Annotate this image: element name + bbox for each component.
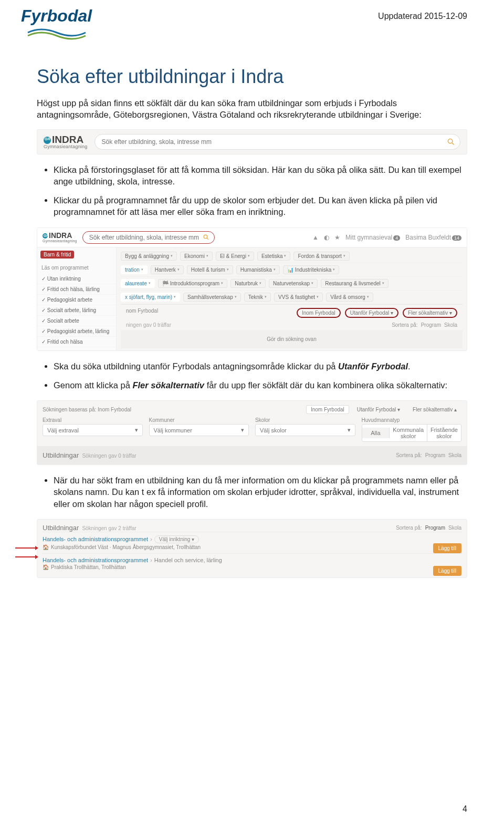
- red-arrow-icon: [15, 556, 36, 557]
- side-item[interactable]: ✓ Socialt arbete: [37, 316, 116, 326]
- filter-label: Huvudmannatyp: [362, 417, 462, 423]
- add-button[interactable]: Lägg till: [433, 543, 461, 553]
- category-chip[interactable]: Hotell & turism▾: [187, 265, 233, 274]
- side-item[interactable]: ✓ Fritid och hälsa, lärling: [37, 284, 116, 295]
- tab-fler-sokalternativ[interactable]: Fler sökalternativ ▾: [403, 308, 457, 318]
- category-chip[interactable]: Teknik▾: [244, 293, 271, 302]
- fyrbodal-logo: Fyrbodal: [21, 7, 92, 40]
- category-chip[interactable]: Humanistiska▾: [236, 265, 280, 274]
- tab-utanfor-fyrbodal[interactable]: Utanför Fyrbodal ▾: [352, 405, 405, 414]
- category-chip[interactable]: x sjöfart, flyg, marin)▾: [121, 293, 180, 302]
- result-row: Handels- och administrationsprogrammet›H…: [43, 553, 461, 573]
- search-field-highlighted[interactable]: [82, 231, 215, 244]
- sort-label: Sortera på:: [396, 525, 422, 531]
- sort-label: Sortera på:: [392, 322, 417, 328]
- count-badge: 14: [452, 235, 461, 241]
- my-selection[interactable]: Mitt gymnasieval4: [345, 234, 400, 241]
- sort-skola[interactable]: Skola: [444, 322, 457, 328]
- sort-program[interactable]: Program: [421, 322, 441, 328]
- category-chip[interactable]: Bygg & anläggning▾: [121, 252, 177, 261]
- program-link[interactable]: Handels- och administrationsprogrammet: [43, 557, 148, 563]
- school-link[interactable]: Kunskapsförbundet Väst · Magnus Åbergsgy…: [51, 544, 201, 550]
- category-chip[interactable]: Naturvetenskap▾: [269, 279, 318, 288]
- indra-subtitle: Gymnasieantagning: [43, 239, 77, 243]
- indra-brand: INDRA: [49, 231, 72, 240]
- bullet-list-2: Ska du söka utbildning utanför Fyrbodals…: [42, 360, 467, 391]
- embedded-search-page: INDRA Gymnasieantagning ▲ ◐ ★ Mitt gymna…: [37, 228, 467, 351]
- tab-inom-fyrbodal[interactable]: Inom Fyrbodal: [297, 308, 341, 318]
- select-extraval[interactable]: Välj extraval▾: [43, 424, 143, 436]
- category-chip[interactable]: 📊 Industritekniska▾: [283, 265, 339, 274]
- chevron-down-icon: ▾: [241, 427, 244, 433]
- star-icon[interactable]: ★: [334, 234, 340, 241]
- side-item[interactable]: ✓ Utan inriktning: [37, 274, 116, 284]
- bullet-item: När du har sökt fram en utbildning kan d…: [54, 474, 467, 510]
- svg-point-2: [204, 235, 207, 239]
- home-icon: 🏠: [43, 544, 49, 550]
- sort-skola[interactable]: Skola: [448, 525, 461, 531]
- school-link[interactable]: Praktiska Trollhättan, Trollhättan: [51, 564, 126, 570]
- user-icon[interactable]: ▲: [312, 234, 319, 241]
- seg-alla[interactable]: Alla: [362, 428, 390, 438]
- category-chip[interactable]: Vård & omsorg▾: [326, 293, 373, 302]
- category-chip[interactable]: tration▾: [121, 265, 148, 274]
- help-icon[interactable]: ◐: [324, 234, 329, 241]
- side-item[interactable]: ✓ Pedagogiskt arbete: [37, 295, 116, 305]
- category-chip[interactable]: El & Energi▾: [216, 252, 254, 261]
- category-chip[interactable]: Naturbruk▾: [230, 279, 266, 288]
- select-inriktning[interactable]: Välj inriktning ▾: [154, 535, 199, 543]
- caret-icon: ›: [150, 557, 152, 563]
- select-skolor[interactable]: Välj skolor▾: [255, 424, 355, 436]
- category-chip[interactable]: alaureate▾: [121, 279, 155, 288]
- program-pill[interactable]: Barn & fritid: [40, 251, 74, 259]
- chevron-down-icon: ▾: [135, 427, 138, 433]
- add-button[interactable]: Lägg till: [433, 566, 461, 576]
- seg-kommunala[interactable]: Kommunala skolor: [390, 425, 427, 441]
- bullet-item: Genom att klicka på Fler sökalternativ f…: [54, 379, 467, 391]
- category-chip[interactable]: Ekonomi▾: [180, 252, 213, 261]
- category-chip[interactable]: Estetiska▾: [257, 252, 291, 261]
- utbildningar-header: UtbildningarSökningen gav 0 träffar: [43, 451, 136, 459]
- sort-skola[interactable]: Skola: [448, 452, 461, 458]
- embedded-results: UtbildningarSökningen gav 2 träffar Sort…: [37, 519, 467, 578]
- header-date: Uppdaterad 2015-12-09: [378, 12, 467, 21]
- indra-logo: INDRA Gymnasieantagning: [44, 135, 87, 149]
- side-item[interactable]: ✓ Pedagogiskt arbete, lärling: [37, 326, 116, 337]
- seg-fristaende[interactable]: Fristående skolor: [427, 425, 461, 441]
- search-input[interactable]: [88, 233, 203, 242]
- search-icon[interactable]: [447, 138, 455, 146]
- category-chip[interactable]: Fordon & transport▾: [293, 252, 349, 261]
- username[interactable]: Basima Buxfeldt14: [405, 234, 461, 241]
- bullet-list-1: Klicka på förstoringsglaset för att få k…: [42, 164, 467, 218]
- category-chip[interactable]: VVS & fastighet▾: [274, 293, 323, 302]
- category-chip[interactable]: Samhällsvetenskap▾: [183, 293, 241, 302]
- filter-label: Kommuner: [149, 417, 249, 423]
- tab-utanfor-fyrbodal[interactable]: Utanför Fyrbodal ▾: [345, 308, 398, 318]
- program-link[interactable]: Handels- och administrationsprogrammet: [43, 536, 148, 542]
- program-side-panel: Barn & fritid Läs om programmet ✓ Utan i…: [37, 247, 117, 350]
- tab-fler-sokalternativ[interactable]: Fler sökalternativ ▴: [408, 405, 461, 414]
- side-item[interactable]: ✓ Socialt arbete, lärling: [37, 305, 116, 316]
- filter-base-text: Sökningen baseras på: Inom Fyrbodal: [43, 407, 131, 412]
- search-field[interactable]: [94, 134, 460, 150]
- page-number: 4: [463, 804, 467, 814]
- search-input[interactable]: [100, 138, 447, 146]
- indra-brand: INDRA: [52, 134, 83, 145]
- sort-program[interactable]: Program: [425, 452, 445, 458]
- intro-paragraph: Högst upp på sidan finns ett sökfält där…: [37, 97, 467, 121]
- gr-dot-icon: [43, 233, 48, 239]
- category-chip[interactable]: Hantverk▾: [151, 265, 184, 274]
- select-kommuner[interactable]: Välj kommuner▾: [149, 424, 249, 436]
- indra-subtitle: Gymnasieantagning: [44, 144, 87, 149]
- category-grid: Bygg & anläggning▾ Ekonomi▾ El & Energi▾…: [117, 247, 467, 350]
- inriktning-text: Handel och service, lärling: [154, 557, 222, 563]
- filter-label: Skolor: [255, 417, 355, 423]
- tab-inom-fyrbodal[interactable]: Inom Fyrbodal: [306, 405, 349, 414]
- segmented-huvudmannatyp[interactable]: Alla Kommunala skolor Fristående skolor: [362, 424, 462, 442]
- side-item[interactable]: ✓ Fritid och hälsa: [37, 337, 116, 347]
- category-chip[interactable]: 🏁 Introduktionsprogram▾: [158, 279, 228, 288]
- category-chip[interactable]: Restaurang & livsmedel▾: [321, 279, 388, 288]
- svg-point-0: [448, 139, 452, 143]
- search-icon[interactable]: [203, 234, 209, 240]
- sort-program[interactable]: Program: [425, 525, 445, 531]
